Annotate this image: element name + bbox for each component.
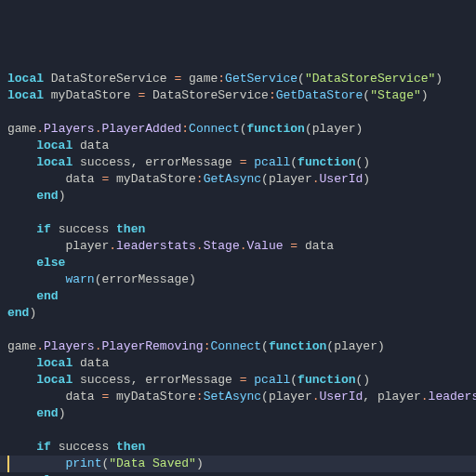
code-token: local <box>36 356 80 370</box>
code-token: ( <box>298 72 305 86</box>
code-token: = <box>101 172 116 186</box>
code-token <box>7 373 36 387</box>
code-token: , <box>131 373 146 387</box>
code-token: SetAsync <box>204 390 261 403</box>
code-token: ( <box>290 155 298 169</box>
code-token: , <box>363 390 377 403</box>
code-token: leaderstats <box>429 390 476 403</box>
code-token: . <box>109 239 116 253</box>
code-token: local <box>36 155 80 169</box>
code-token: GetDataStore <box>276 88 364 102</box>
code-token: player <box>377 390 421 403</box>
code-token: ) <box>356 122 364 136</box>
code-token: data <box>7 172 101 186</box>
code-token: then <box>116 440 145 454</box>
code-token <box>7 456 65 470</box>
code-token: () <box>356 155 371 169</box>
code-token: . <box>421 390 429 403</box>
code-token: end <box>36 406 58 420</box>
code-token: if <box>36 440 58 454</box>
code-token: . <box>240 239 247 253</box>
code-token: if <box>36 222 58 236</box>
code-token: success <box>59 222 116 236</box>
code-token: game <box>7 122 36 136</box>
code-token: ( <box>326 339 334 353</box>
code-token: Players <box>44 122 95 136</box>
code-token <box>7 222 36 236</box>
code-token <box>7 139 36 152</box>
code-token: local <box>7 88 51 102</box>
code-token: Players <box>44 339 95 353</box>
code-token: success <box>80 373 131 387</box>
code-token: "Data Saved" <box>109 456 196 470</box>
code-token: ) <box>59 189 66 203</box>
code-token: DataStoreService <box>152 88 269 102</box>
code-token <box>7 440 36 454</box>
code-token: Connect <box>189 122 240 136</box>
code-token: ) <box>196 456 204 470</box>
code-token: success <box>59 440 116 454</box>
code-token: : <box>269 88 276 102</box>
code-token: function <box>298 155 355 169</box>
code-token: then <box>116 222 145 236</box>
code-token: success <box>80 155 131 169</box>
code-token: function <box>247 122 305 136</box>
code-token: myDataStore <box>116 172 196 186</box>
code-token: DataStoreService <box>51 72 175 86</box>
code-token: "Stage" <box>370 88 421 102</box>
code-token: , <box>131 155 146 169</box>
code-token <box>7 289 36 303</box>
code-token: player <box>7 239 109 253</box>
code-token: myDataStore <box>51 88 139 102</box>
code-token <box>7 256 36 270</box>
code-token: . <box>312 390 320 403</box>
code-token: end <box>36 289 58 303</box>
code-token <box>7 406 36 420</box>
code-token: warn <box>65 272 94 286</box>
code-token: ) <box>377 339 385 353</box>
code-token: local <box>36 373 80 387</box>
code-token: ) <box>29 306 36 320</box>
code-token: . <box>36 122 44 136</box>
code-token: pcall <box>254 373 290 387</box>
code-token: player <box>334 339 377 353</box>
code-token: local <box>7 72 51 86</box>
code-token: "DataStoreService" <box>305 72 435 86</box>
code-token: Value <box>247 239 291 253</box>
code-token: function <box>269 339 326 353</box>
code-token: . <box>196 239 204 253</box>
code-token: GetService <box>225 72 298 86</box>
code-token: ( <box>363 88 370 102</box>
code-token: local <box>36 139 80 152</box>
code-token: data <box>80 139 109 152</box>
code-editor-content[interactable]: local DataStoreService = game:GetService… <box>7 71 469 476</box>
code-token: PlayerRemoving <box>101 339 203 353</box>
code-token: ( <box>240 122 247 136</box>
code-token: Connect <box>210 339 261 353</box>
code-token: errorMessage <box>145 155 239 169</box>
code-token: ) <box>189 272 196 286</box>
code-token: ) <box>363 172 370 186</box>
code-token: () <box>356 373 371 387</box>
code-token: PlayerAdded <box>101 122 181 136</box>
code-token: game <box>7 339 36 353</box>
code-token: player <box>312 122 356 136</box>
code-token: . <box>312 172 320 186</box>
code-token: = <box>290 239 305 253</box>
code-token: ( <box>261 390 269 403</box>
code-token: myDataStore <box>116 390 196 403</box>
code-token: ( <box>305 122 312 136</box>
code-token <box>7 272 65 286</box>
code-token: UserId <box>320 172 364 186</box>
code-token: : <box>181 122 189 136</box>
code-token: pcall <box>254 155 290 169</box>
code-token <box>7 189 36 203</box>
code-token: ) <box>59 406 66 420</box>
code-token: errorMessage <box>101 272 189 286</box>
code-token: ) <box>435 72 443 86</box>
code-token: . <box>36 339 44 353</box>
code-token: end <box>7 306 29 320</box>
code-token: = <box>174 72 189 86</box>
code-token: player <box>269 172 312 186</box>
code-token: ( <box>290 373 298 387</box>
